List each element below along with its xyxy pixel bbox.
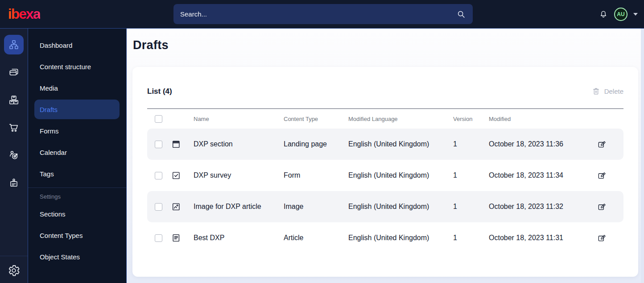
row-name[interactable]: DXP survey — [189, 171, 279, 179]
article-icon — [168, 233, 189, 243]
table-row: DXP section Landing page English (United… — [147, 129, 623, 160]
search-icon[interactable] — [456, 9, 466, 19]
delete-button-label: Delete — [604, 87, 623, 95]
main-content: Drafts List (4) Delete Name Content Type… — [127, 29, 644, 283]
settings-section-label: Settings — [40, 192, 126, 200]
sidebar-item-content-types[interactable]: Content Types — [34, 225, 120, 245]
cart-icon — [8, 122, 20, 133]
row-checkbox[interactable] — [155, 172, 162, 179]
personalization-icon — [8, 150, 20, 161]
ibexa-logo[interactable]: ibexa — [8, 6, 40, 22]
row-name[interactable]: DXP section — [189, 140, 279, 148]
row-modified-language: English (United Kingdom) — [344, 171, 449, 179]
notifications-bell-icon[interactable] — [599, 9, 608, 19]
table-header: Name Content Type Modified Language Vers… — [147, 108, 623, 129]
rail-item-settings[interactable] — [7, 264, 21, 277]
column-header-version: Version — [449, 116, 484, 122]
rail-item-personalization[interactable] — [4, 146, 24, 165]
vertical-scrollbar[interactable] — [641, 29, 644, 283]
rail-divider — [0, 256, 28, 256]
table-row: Best DXP Article English (United Kingdom… — [147, 222, 623, 254]
edit-button[interactable] — [597, 171, 607, 180]
table-row: DXP survey Form English (United Kingdom)… — [147, 160, 623, 191]
edit-button[interactable] — [597, 233, 607, 243]
sidebar-item-dashboard[interactable]: Dashboard — [34, 35, 120, 55]
sidebar-menu-list: DashboardContent structureMediaDraftsFor… — [28, 35, 126, 183]
landing-page-icon — [168, 139, 189, 149]
row-modified-language: English (United Kingdom) — [344, 234, 449, 242]
row-content-type: Landing page — [279, 140, 344, 148]
column-header-name: Name — [189, 116, 279, 122]
rail-item-commerce[interactable] — [4, 118, 24, 137]
sidebar-item-sections[interactable]: Sections — [34, 204, 120, 224]
image-icon — [168, 202, 189, 212]
row-name[interactable]: Best DXP — [189, 234, 279, 242]
edit-button[interactable] — [597, 202, 607, 212]
row-name[interactable]: Image for DXP article — [189, 203, 279, 211]
row-modified: October 18, 2023 11:34 — [484, 171, 593, 179]
row-checkbox[interactable] — [155, 203, 162, 211]
column-header-content-type: Content Type — [279, 116, 344, 122]
sidebar-item-calendar[interactable]: Calendar — [34, 142, 120, 162]
column-header-modified: Modified — [484, 116, 593, 122]
row-modified: October 18, 2023 11:36 — [484, 140, 593, 148]
card-header: List (4) Delete — [147, 67, 623, 108]
sidebar-item-content-structure[interactable]: Content structure — [34, 57, 120, 76]
row-checkbox[interactable] — [155, 141, 162, 148]
sidebar-item-media[interactable]: Media — [34, 78, 120, 98]
edit-button[interactable] — [597, 140, 607, 149]
drafts-card: List (4) Delete Name Content Type Modifi… — [132, 67, 638, 277]
topbar-right: AU — [599, 0, 638, 29]
pages-icon — [8, 67, 20, 78]
avatar[interactable]: AU — [614, 8, 627, 21]
product-catalog-icon — [8, 94, 20, 106]
global-search — [173, 4, 473, 24]
table-row: Image for DXP article Image English (Uni… — [147, 191, 623, 222]
rail-item-pages[interactable] — [4, 62, 24, 82]
row-checkbox[interactable] — [155, 234, 162, 242]
rail-item-product-catalog[interactable] — [4, 90, 24, 110]
row-modified-language: English (United Kingdom) — [344, 140, 449, 148]
delete-button[interactable]: Delete — [592, 87, 623, 96]
row-version: 1 — [449, 234, 484, 242]
row-version: 1 — [449, 171, 484, 179]
settings-gear-icon — [7, 264, 21, 277]
form-icon — [168, 171, 189, 180]
row-version: 1 — [449, 203, 484, 211]
sidebar-item-object-states[interactable]: Object States — [34, 247, 120, 266]
list-count-label: List (4) — [147, 87, 172, 96]
admin-badge-icon — [8, 177, 20, 189]
column-header-modified-language: Modified Language — [344, 116, 449, 122]
rail-item-admin[interactable] — [4, 173, 24, 193]
row-content-type: Article — [279, 234, 344, 242]
select-all-checkbox[interactable] — [155, 115, 162, 123]
topbar: ibexa AU — [0, 0, 644, 29]
sidebar-menu: DashboardContent structureMediaDraftsFor… — [28, 29, 127, 283]
sidebar-item-tags[interactable]: Tags — [34, 164, 120, 183]
row-version: 1 — [449, 140, 484, 148]
icon-rail — [0, 29, 28, 283]
row-content-type: Image — [279, 203, 344, 211]
drafts-table-body: DXP section Landing page English (United… — [147, 129, 623, 254]
row-content-type: Form — [279, 171, 344, 179]
row-modified-language: English (United Kingdom) — [344, 203, 449, 211]
rail-item-content-tree[interactable] — [4, 35, 24, 54]
page-title: Drafts — [133, 38, 169, 52]
sidebar-item-drafts[interactable]: Drafts — [34, 100, 120, 119]
sidebar-item-forms[interactable]: Forms — [34, 121, 120, 141]
row-modified: October 18, 2023 11:32 — [484, 203, 593, 211]
search-input[interactable] — [180, 10, 456, 18]
chevron-down-icon[interactable] — [633, 13, 638, 16]
sidebar-settings-list: SectionsContent TypesObject States — [28, 204, 126, 266]
menu-divider — [28, 187, 126, 188]
trash-icon — [592, 87, 600, 96]
row-modified: October 18, 2023 11:31 — [484, 234, 593, 242]
content-tree-icon — [8, 39, 20, 50]
